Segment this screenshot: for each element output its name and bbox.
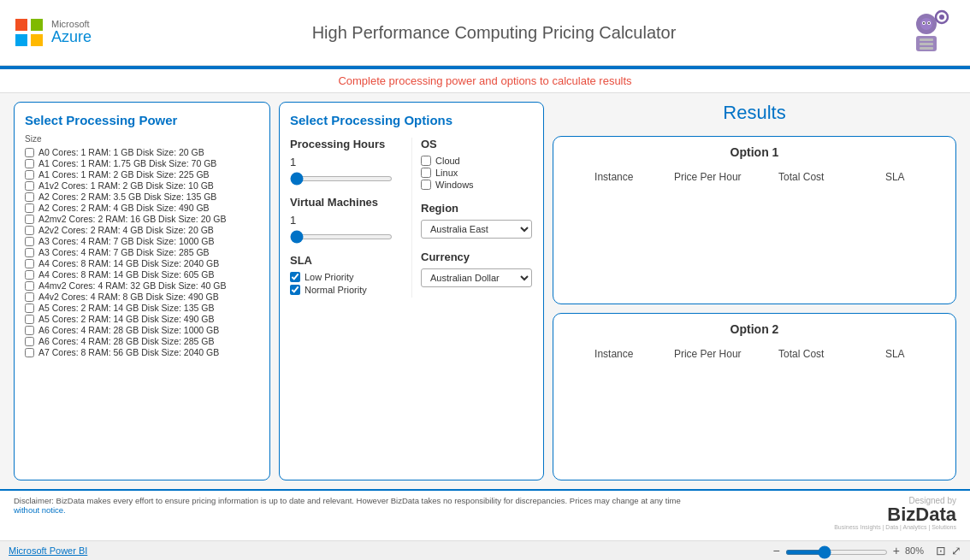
- vm-checkbox[interactable]: [25, 292, 34, 302]
- vm-checkbox[interactable]: [25, 148, 34, 157]
- processing-options-panel: Select Processing Options Processing Hou…: [279, 102, 544, 480]
- svg-point-15: [939, 15, 944, 20]
- vm-list-item: A2 Cores: 2 RAM: 4 GB Disk Size: 490 GB: [25, 203, 259, 213]
- vm-checkbox[interactable]: [25, 181, 34, 191]
- vm-checkbox[interactable]: [25, 159, 34, 168]
- processing-hours-slider[interactable]: [290, 176, 393, 181]
- sla-low-priority-checkbox[interactable]: [290, 272, 300, 282]
- sla-normal-priority-checkbox[interactable]: [290, 285, 300, 295]
- vm-list: A0 Cores: 1 RAM: 1 GB Disk Size: 20 GBA1…: [25, 147, 259, 469]
- processing-options-title: Select Processing Options: [290, 113, 533, 127]
- vm-label: A2mv2 Cores: 2 RAM: 16 GB Disk Size: 20 …: [38, 214, 226, 224]
- fit-icon[interactable]: ⊡: [936, 544, 946, 557]
- region-select[interactable]: Australia EastAustralia SoutheastEast US…: [421, 220, 532, 239]
- vm-list-item: A1 Cores: 1 RAM: 2 GB Disk Size: 225 GB: [25, 169, 259, 180]
- result-column-header: SLA: [849, 345, 943, 363]
- sla-low-priority-label: Low Priority: [305, 272, 353, 282]
- vm-checkbox[interactable]: [25, 170, 34, 180]
- virtual-machines-slider[interactable]: [290, 234, 393, 239]
- vm-label: A5 Cores: 2 RAM: 14 GB Disk Size: 135 GB: [38, 303, 214, 313]
- zoom-level: 80%: [905, 545, 924, 556]
- expand-icon[interactable]: ⤢: [951, 544, 961, 557]
- vm-list-item: A1 Cores: 1 RAM: 1.75 GB Disk Size: 70 G…: [25, 158, 259, 168]
- vm-list-item: A2mv2 Cores: 2 RAM: 16 GB Disk Size: 20 …: [25, 214, 259, 224]
- banner-message: Complete processing power and options to…: [338, 74, 631, 87]
- svg-rect-3: [31, 34, 43, 46]
- vm-label: A6 Cores: 4 RAM: 28 GB Disk Size: 1000 G…: [38, 325, 219, 335]
- vm-checkbox[interactable]: [25, 270, 34, 280]
- vm-checkbox[interactable]: [25, 337, 34, 346]
- results-title: Results: [553, 102, 956, 124]
- azure-logo-text: Microsoft Azure: [51, 19, 92, 46]
- vm-checkbox[interactable]: [25, 326, 34, 335]
- option1-title: Option 1: [567, 145, 942, 159]
- disclaimer-text: Disclaimer: BizData makes every effort t…: [14, 496, 681, 505]
- vm-checkbox[interactable]: [25, 203, 34, 213]
- currency-label: Currency: [421, 251, 533, 263]
- vm-checkbox[interactable]: [25, 315, 34, 324]
- vm-checkbox[interactable]: [25, 348, 34, 357]
- vm-list-item: A2 Cores: 2 RAM: 3.5 GB Disk Size: 135 G…: [25, 192, 259, 202]
- vm-list-item: A6 Cores: 4 RAM: 28 GB Disk Size: 285 GB: [25, 336, 259, 346]
- os-windows-label: Windows: [435, 180, 474, 190]
- vm-list-item: A7 Cores: 8 RAM: 56 GB Disk Size: 2040 G…: [25, 347, 259, 357]
- footer-area: Disclaimer: BizData makes every effort t…: [0, 489, 970, 540]
- vm-label: A2v2 Cores: 2 RAM: 4 GB Disk Size: 20 GB: [38, 225, 214, 235]
- os-windows-checkbox[interactable]: [421, 180, 431, 190]
- vm-checkbox[interactable]: [25, 281, 34, 291]
- svg-point-5: [920, 18, 932, 30]
- options-left-col: Processing Hours 1 Virtual Machines 1 SL…: [290, 138, 411, 298]
- processing-hours-value: 1: [290, 156, 403, 168]
- option2-box: Option 2 InstancePrice Per HourTotal Cos…: [553, 313, 956, 481]
- virtual-machines-slider-container: [290, 230, 403, 242]
- zoom-slider[interactable]: [785, 550, 888, 555]
- virtual-machines-label: Virtual Machines: [290, 196, 403, 209]
- vm-checkbox[interactable]: [25, 237, 34, 246]
- virtual-machines-value: 1: [290, 214, 403, 227]
- zoom-minus-button[interactable]: −: [773, 544, 780, 557]
- zoom-plus-button[interactable]: +: [893, 544, 900, 557]
- vm-checkbox[interactable]: [25, 259, 34, 268]
- bizdata-sub: Business Insights | Data | Analytics | S…: [834, 524, 956, 530]
- currency-select[interactable]: Australian DollarUS DollarEuroBritish Po…: [421, 268, 532, 287]
- results-panel: Results Option 1 InstancePrice Per HourT…: [553, 102, 956, 480]
- sla-low-priority: Low Priority: [290, 272, 403, 282]
- os-linux-label: Linux: [435, 168, 458, 178]
- powerbi-link[interactable]: Microsoft Power BI: [9, 545, 87, 556]
- vm-list-item: A4mv2 Cores: 4 RAM: 32 GB Disk Size: 40 …: [25, 280, 259, 291]
- sla-label: SLA: [290, 254, 403, 267]
- svg-point-9: [928, 22, 930, 24]
- option1-cols: InstancePrice Per HourTotal CostSLA: [567, 168, 942, 186]
- vm-label: A4v2 Cores: 4 RAM: 8 GB Disk Size: 490 G…: [38, 292, 219, 302]
- header: Microsoft Azure High Performance Computi…: [0, 0, 970, 66]
- currency-section: Currency Australian DollarUS DollarEuroB…: [421, 251, 533, 287]
- vm-list-item: A5 Cores: 2 RAM: 14 GB Disk Size: 135 GB: [25, 303, 259, 313]
- os-cloud-label: Cloud: [435, 156, 460, 166]
- svg-rect-11: [920, 38, 933, 41]
- vm-list-item: A4 Cores: 8 RAM: 14 GB Disk Size: 2040 G…: [25, 258, 259, 268]
- vm-list-item: A1v2 Cores: 1 RAM: 2 GB Disk Size: 10 GB: [25, 180, 259, 191]
- vm-checkbox[interactable]: [25, 248, 34, 257]
- vm-checkbox[interactable]: [25, 215, 34, 224]
- processing-power-panel: Select Processing Power Size A0 Cores: 1…: [14, 102, 270, 480]
- vm-label: A0 Cores: 1 RAM: 1 GB Disk Size: 20 GB: [38, 147, 204, 157]
- vm-label: A5 Cores: 2 RAM: 14 GB Disk Size: 490 GB: [38, 314, 214, 324]
- vm-list-item: A3 Cores: 4 RAM: 7 GB Disk Size: 1000 GB: [25, 236, 259, 246]
- result-column-header: Price Per Hour: [661, 168, 755, 186]
- processing-hours-slider-container: [290, 172, 403, 184]
- result-column-header: Price Per Hour: [661, 345, 755, 363]
- processing-power-title: Select Processing Power: [25, 113, 259, 127]
- azure-logo-icon: [14, 17, 44, 48]
- vm-checkbox[interactable]: [25, 226, 34, 235]
- sla-normal-priority: Normal Priority: [290, 285, 403, 295]
- os-cloud-checkbox[interactable]: [421, 156, 431, 166]
- size-label: Size: [25, 134, 259, 144]
- option2-cols: InstancePrice Per HourTotal CostSLA: [567, 345, 942, 363]
- without-notice-link[interactable]: without notice.: [14, 505, 66, 515]
- vm-checkbox[interactable]: [25, 192, 34, 202]
- os-linux-checkbox[interactable]: [421, 168, 431, 178]
- vm-checkbox[interactable]: [25, 304, 34, 313]
- vm-list-item: A4v2 Cores: 4 RAM: 8 GB Disk Size: 490 G…: [25, 292, 259, 302]
- os-cloud: Cloud: [421, 156, 533, 166]
- os-linux: Linux: [421, 168, 533, 178]
